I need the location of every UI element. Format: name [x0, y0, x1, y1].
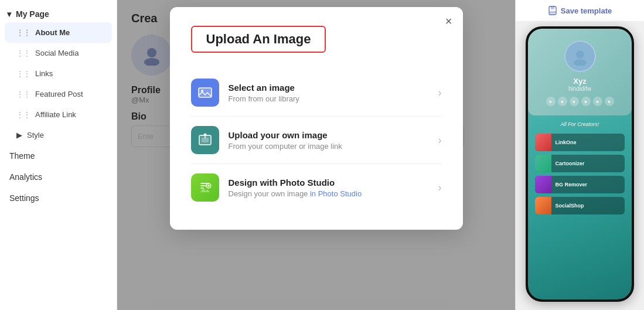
svg-point-13 [574, 59, 587, 66]
settings-label: Settings [9, 193, 39, 203]
social-icon-4: ● [581, 97, 591, 106]
photo-studio-option[interactable]: Design with Photo Studio Design your own… [191, 164, 442, 211]
sidebar-item-label: About Me [35, 28, 70, 37]
phone-link-item-2[interactable]: Cartoonizer [535, 155, 624, 172]
social-icon-6: ● [605, 97, 614, 106]
upload-image-label: Upload your own image [229, 130, 429, 140]
phone-link-label-1: LinkOne [551, 139, 576, 145]
drag-icon: ⋮⋮ [16, 70, 30, 78]
photo-studio-desc: Design your own image in Photo Studio [229, 189, 429, 198]
sidebar-item-label: Social Media [35, 49, 79, 57]
photo-studio-text: Design with Photo Studio Design your own… [229, 178, 429, 198]
upload-image-icon [191, 126, 219, 154]
phone-screen: Xyz hindidifw ● ● ● ● ● ● All For Creato… [528, 29, 632, 299]
phone-link-item-1[interactable]: LinkOne [535, 134, 624, 151]
phone-username: Xyz [573, 77, 586, 86]
select-image-text: Select an image From from our library [229, 83, 429, 103]
sidebar-item-analytics[interactable]: Analytics [0, 166, 117, 188]
save-template-bar[interactable]: Save template [516, 0, 644, 22]
phone-link-item-3[interactable]: BG Remover [535, 176, 624, 193]
drag-icon: ⋮⋮ [16, 49, 30, 57]
my-page-label: My Page [16, 9, 49, 19]
svg-rect-2 [199, 88, 212, 97]
analytics-label: Analytics [9, 172, 42, 182]
sidebar-item-featured-post[interactable]: ⋮⋮ Featured Post [0, 84, 117, 104]
drag-icon: ⋮⋮ [16, 29, 30, 37]
phone-link-thumb-1 [535, 134, 551, 151]
photo-studio-highlight: in Photo Studio [310, 189, 362, 198]
svg-rect-6 [202, 138, 209, 142]
modal-overlay: × Upload An Image Select an image From f… [117, 0, 515, 310]
upload-image-chevron-icon: › [438, 134, 442, 147]
theme-label: Theme [9, 151, 35, 161]
phone-tagline: All For Creators! [561, 121, 599, 127]
phone-link-label-2: Cartoonizer [551, 161, 584, 166]
phone-link-thumb-4 [535, 197, 551, 214]
phone-link-label-4: SocialShop [551, 203, 584, 209]
sidebar-my-page[interactable]: ▾ My Page [0, 6, 117, 22]
upload-image-modal: × Upload An Image Select an image From f… [170, 7, 463, 230]
select-image-label: Select an image [229, 83, 429, 93]
phone-handle: hindidifw [568, 86, 591, 92]
sidebar-item-links[interactable]: ⋮⋮ Links [0, 63, 117, 84]
sidebar-item-label: Featured Post [35, 90, 83, 98]
modal-title-box: Upload An Image [191, 26, 326, 53]
social-icon-3: ● [570, 97, 579, 106]
drag-icon: ⋮⋮ [16, 111, 30, 119]
phone-link-label-3: BG Remover [551, 182, 587, 188]
photo-studio-label: Design with Photo Studio [229, 178, 429, 188]
chevron-down-icon: ▾ [7, 9, 11, 19]
sidebar-item-settings[interactable]: Settings [0, 188, 117, 209]
sidebar-item-label: Affiliate Link [35, 110, 76, 119]
select-image-option[interactable]: Select an image From from our library › [191, 69, 442, 117]
sidebar-item-label: Style [27, 131, 44, 139]
drag-icon: ⋮⋮ [16, 90, 30, 98]
sidebar-item-style[interactable]: ▶ Style [0, 125, 117, 145]
social-icon-5: ● [593, 97, 602, 106]
photo-studio-icon [191, 173, 219, 202]
sidebar-item-affiliate-link[interactable]: ⋮⋮ Affiliate Link [0, 104, 117, 125]
phone-frame: Xyz hindidifw ● ● ● ● ● ● All For Creato… [526, 26, 634, 302]
sidebar-item-about-me[interactable]: ⋮⋮ About Me [5, 22, 112, 43]
save-icon [548, 6, 557, 15]
modal-close-button[interactable]: × [445, 15, 452, 27]
modal-title: Upload An Image [206, 32, 311, 46]
phone-link-item-4[interactable]: SocialShop [535, 197, 624, 214]
right-panel: Save template Xyz hindidifw ● ● ● ● ● [515, 0, 644, 310]
social-icon-2: ● [558, 97, 567, 106]
sidebar: ▾ My Page ⋮⋮ About Me ⋮⋮ Social Media ⋮⋮… [0, 0, 117, 310]
sidebar-item-theme[interactable]: Theme [0, 145, 117, 166]
select-image-chevron-icon: › [438, 87, 442, 99]
upload-image-desc: From your computer or image link [229, 142, 429, 151]
sidebar-item-label: Links [35, 69, 53, 78]
main-content: Crea Profile @Mx Bio Ente × Upload An Im… [117, 0, 515, 310]
chevron-right-icon: ▶ [16, 131, 22, 139]
select-image-desc: From from our library [229, 94, 429, 103]
phone-profile-area: Xyz hindidifw ● ● ● ● ● ● [528, 29, 632, 115]
sidebar-item-social-media[interactable]: ⋮⋮ Social Media [0, 43, 117, 63]
svg-point-12 [576, 50, 584, 59]
phone-avatar [564, 40, 596, 72]
phone-social-icons: ● ● ● ● ● ● [546, 97, 614, 106]
select-image-icon [191, 79, 219, 107]
upload-image-option[interactable]: Upload your own image From your computer… [191, 117, 442, 164]
phone-link-thumb-3 [535, 176, 551, 193]
save-template-label: Save template [561, 6, 612, 15]
photo-studio-chevron-icon: › [438, 182, 442, 194]
social-icon-1: ● [546, 97, 556, 106]
svg-rect-11 [550, 11, 556, 13]
upload-image-text: Upload your own image From your computer… [229, 130, 429, 151]
phone-link-thumb-2 [535, 155, 551, 172]
svg-rect-10 [551, 6, 554, 9]
